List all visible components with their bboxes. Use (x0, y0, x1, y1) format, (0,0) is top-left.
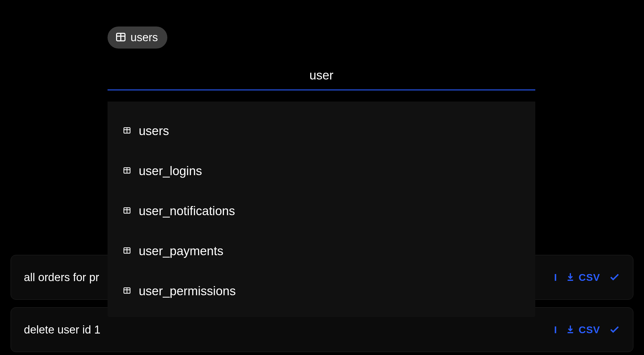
history-action-fragment[interactable]: I (554, 272, 557, 283)
dropdown-item-label: user_notifications (139, 204, 235, 218)
history-action-fragment[interactable]: I (554, 324, 557, 336)
context-chip-label: users (131, 31, 158, 44)
table-icon (123, 166, 131, 176)
table-icon (123, 286, 131, 296)
download-icon (566, 272, 575, 283)
history-actions: I CSV (554, 271, 620, 283)
dropdown-item-user-logins[interactable]: user_logins (108, 151, 535, 191)
export-csv-button[interactable]: CSV (566, 272, 600, 283)
dropdown-item-user-payments[interactable]: user_payments (108, 231, 535, 271)
download-icon (566, 324, 575, 335)
search-underline (108, 89, 535, 90)
search-container (108, 68, 535, 90)
csv-label: CSV (579, 324, 600, 336)
history-query-text: all orders for pr (24, 271, 99, 284)
history-query-text: delete user id 1 (24, 324, 100, 336)
table-icon (115, 31, 126, 44)
dropdown-item-user-notifications[interactable]: user_notifications (108, 191, 535, 231)
search-input[interactable] (108, 68, 535, 89)
csv-label: CSV (579, 272, 600, 283)
dropdown-item-label: user_permissions (139, 284, 236, 298)
dropdown-item-label: user_logins (139, 164, 202, 178)
table-icon (123, 206, 131, 216)
table-icon (123, 126, 131, 136)
table-icon (123, 246, 131, 256)
dropdown-item-users[interactable]: users (108, 111, 535, 151)
dropdown-item-label: users (139, 124, 169, 138)
history-actions: I CSV (545, 324, 620, 336)
context-chip-users[interactable]: users (108, 26, 167, 49)
dropdown-item-label: user_payments (139, 244, 223, 258)
export-csv-button[interactable]: CSV (566, 324, 600, 336)
check-icon[interactable] (609, 324, 620, 336)
autocomplete-dropdown: users user_logins user_notifications (108, 102, 535, 317)
dropdown-item-user-permissions[interactable]: user_permissions (108, 271, 535, 311)
check-icon[interactable] (609, 271, 620, 283)
